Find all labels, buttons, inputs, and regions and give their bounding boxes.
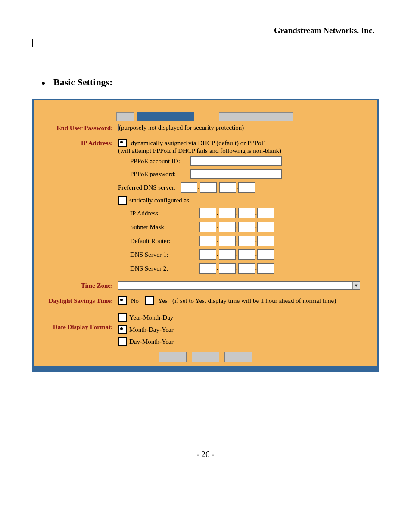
radio-dst-no[interactable] — [118, 296, 127, 305]
dns2-oct2[interactable] — [219, 263, 236, 274]
company-name: Grandstream Networks, Inc. — [32, 26, 379, 35]
ip-oct4[interactable] — [257, 208, 274, 218]
subnet-oct2[interactable] — [219, 222, 236, 232]
row-date-format: Date Display Format: Year-Month-Day Mont… — [34, 309, 377, 350]
panel-top-bar — [34, 100, 377, 121]
dns2-oct3[interactable] — [238, 263, 255, 274]
prefdns-oct2[interactable] — [200, 182, 217, 193]
bottom-button-2[interactable] — [192, 352, 219, 362]
radio-dst-yes[interactable] — [145, 296, 154, 305]
label-static-ip: IP Address: — [118, 210, 195, 217]
pppoe-pw-input[interactable] — [190, 169, 282, 179]
radio-static[interactable] — [118, 196, 127, 205]
page-number: - 26 - — [32, 450, 379, 459]
bottom-button-row — [34, 350, 377, 366]
label-pppoe-id: PPPoE account ID: — [118, 158, 190, 165]
radio-ymd[interactable] — [118, 313, 127, 322]
label-subnet: Subnet Mask: — [118, 224, 195, 231]
timezone-select[interactable]: ▼ — [118, 281, 360, 290]
row-dst: Daylight Savings Time: No Yes (if set to… — [34, 294, 377, 309]
label-router: Default Router: — [118, 237, 195, 245]
top-button-active[interactable] — [137, 112, 194, 121]
dst-no-text: No — [131, 297, 139, 304]
subnet-oct4[interactable] — [257, 222, 274, 232]
text-cursor — [32, 39, 34, 47]
password-note: (purposely not displayed for security pr… — [119, 124, 244, 131]
dns1-oct4[interactable] — [257, 249, 274, 260]
bottom-button-3[interactable] — [224, 352, 252, 362]
ymd-text: Year-Month-Day — [129, 314, 173, 321]
pppoe-id-input[interactable] — [190, 156, 282, 166]
label-pppoe-pw: PPPoE password: — [118, 171, 190, 178]
label-ip: IP Address: — [34, 136, 115, 150]
config-panel: End User Password: (purposely not displa… — [32, 99, 379, 372]
prefdns-oct1[interactable] — [181, 182, 197, 193]
bottom-button-1[interactable] — [159, 352, 187, 362]
header-rule — [37, 38, 379, 38]
label-dns1: DNS Server 1: — [118, 251, 195, 258]
prefdns-oct4[interactable] — [238, 182, 255, 193]
ip-oct1[interactable] — [199, 208, 216, 218]
row-timezone: Time Zone: ▼ — [34, 279, 377, 294]
top-button-2[interactable] — [219, 112, 293, 121]
prefdns-oct3[interactable] — [219, 182, 236, 193]
label-dns2: DNS Server 2: — [118, 265, 195, 272]
label-password: End User Password: — [34, 121, 115, 135]
dst-yes-text: Yes — [158, 297, 168, 304]
label-timezone: Time Zone: — [34, 279, 115, 293]
radio-dmy[interactable] — [118, 337, 127, 346]
top-button-1[interactable] — [116, 112, 134, 121]
static-text: statically configured as: — [129, 197, 191, 204]
section-heading: Basic Settings: — [42, 77, 379, 88]
dmy-text: Day-Month-Year — [129, 338, 174, 345]
ip-oct3[interactable] — [238, 208, 255, 218]
dns1-oct3[interactable] — [238, 249, 255, 260]
section-heading-text: Basic Settings: — [53, 77, 113, 87]
dns1-oct1[interactable] — [199, 249, 216, 260]
dhcp-text-2: (will attempt PPPoE if DHCP fails and fo… — [118, 147, 374, 155]
ip-oct2[interactable] — [219, 208, 236, 218]
subnet-oct1[interactable] — [199, 222, 216, 232]
router-oct3[interactable] — [238, 236, 255, 246]
dhcp-text-1: dynamically assigned via DHCP (default) … — [131, 140, 265, 146]
radio-mdy[interactable] — [118, 325, 127, 334]
dns1-oct2[interactable] — [219, 249, 236, 260]
router-oct4[interactable] — [257, 236, 274, 246]
dns2-oct4[interactable] — [257, 263, 274, 274]
row-ip: IP Address: dynamically assigned via DHC… — [34, 136, 377, 279]
bullet-icon — [42, 82, 45, 85]
label-dst: Daylight Savings Time: — [34, 294, 115, 308]
dst-note: (if set to Yes, display time will be 1 h… — [172, 297, 336, 304]
mdy-text: Month-Day-Year — [129, 326, 174, 333]
label-pref-dns: Preferred DNS server: — [118, 184, 176, 191]
router-oct2[interactable] — [219, 236, 236, 246]
chevron-down-icon: ▼ — [352, 282, 360, 289]
radio-dhcp[interactable] — [118, 139, 127, 147]
row-password: End User Password: (purposely not displa… — [34, 121, 377, 136]
subnet-oct3[interactable] — [238, 222, 255, 232]
bottom-blue-strip — [34, 366, 377, 371]
dns2-oct1[interactable] — [199, 263, 216, 274]
label-date-format: Date Display Format: — [34, 309, 115, 334]
router-oct1[interactable] — [199, 236, 216, 246]
